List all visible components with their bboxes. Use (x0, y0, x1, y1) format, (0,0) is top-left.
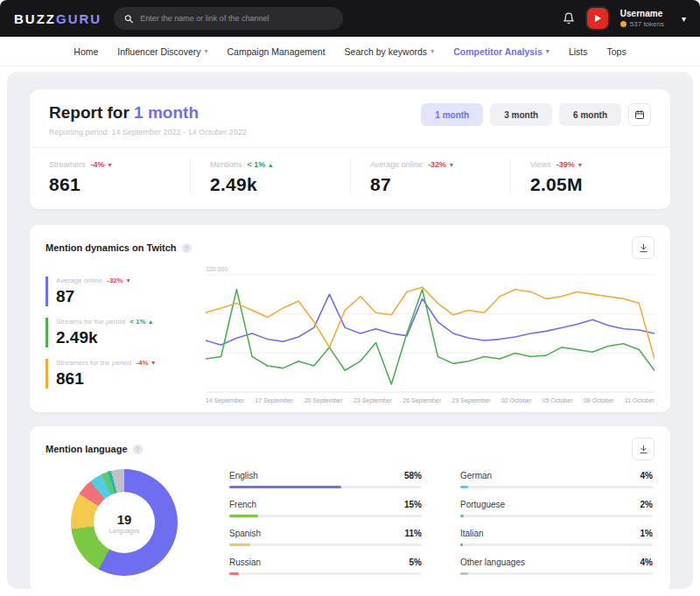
youtube-channel-icon[interactable] (587, 8, 608, 29)
language-percent: 1% (640, 529, 653, 538)
language-bar-track (460, 515, 653, 517)
chart-line-streams-for-the-period (206, 290, 654, 384)
language-name: Portuguese (460, 500, 505, 509)
language-item-italian: Italian1% (460, 529, 653, 546)
nav-item-tops[interactable]: Tops (606, 46, 626, 57)
language-bar (229, 486, 341, 488)
language-percent: 5% (410, 557, 422, 567)
range-button-6-month[interactable]: 6 month (559, 103, 621, 126)
language-name: French (229, 500, 256, 509)
mention-dynamics-card: Mention dynamics on Twitch ? Average onl… (30, 225, 670, 412)
username: Username (620, 9, 664, 18)
x-axis-label: 20 September (304, 397, 343, 403)
triangle-down-icon: ▼ (577, 162, 583, 168)
language-bar (460, 486, 468, 488)
report-title-period: 1 month (134, 103, 199, 122)
language-name: English (229, 471, 258, 480)
legend-value: 2.49k (56, 328, 190, 347)
language-bar (460, 515, 464, 517)
triangle-down-icon: ▼ (125, 277, 131, 284)
change-value: < 1% ▲ (248, 160, 274, 169)
triangle-up-icon: ▲ (268, 162, 274, 168)
user-menu[interactable]: Username 537 tokens (620, 9, 664, 28)
languages-header: Mention language ? (46, 438, 654, 460)
range-button-1-month[interactable]: 1 month (421, 103, 483, 126)
nav-item-label: Competitor Analysis (453, 46, 542, 57)
nav-item-label: Lists (569, 46, 588, 57)
y-axis-top-label: 320 000 (206, 266, 654, 272)
user-chevron-down-icon[interactable]: ▾ (682, 14, 686, 24)
change-value: -39% ▼ (556, 160, 583, 169)
range-button-3-month[interactable]: 3 month (490, 103, 552, 126)
change-value: -32% ▼ (107, 277, 131, 284)
main-nav: HomeInfluencer Discovery▾Campaign Manage… (0, 37, 700, 67)
donut-center: 19 Languages (94, 492, 155, 553)
chevron-down-icon: ▾ (546, 47, 550, 55)
legend-value: 87 (56, 287, 190, 306)
download-icon (639, 445, 648, 454)
language-item-portuguese: Portuguese2% (460, 500, 653, 517)
language-percent: 4% (640, 557, 653, 567)
change-value: -32% ▼ (428, 160, 454, 169)
reporting-period: Reporting period: 14 September 2022 - 14… (49, 128, 247, 137)
change-value: < 1% ▲ (130, 318, 154, 326)
x-axis-label: 29 September (452, 397, 491, 403)
nav-item-competitor-analysis[interactable]: Competitor Analysis▾ (453, 46, 550, 57)
stats-row: Streamers-4% ▼861Mentions< 1% ▲2.49kAver… (30, 147, 670, 209)
language-bar-track (229, 515, 422, 517)
nav-item-influencer-discovery[interactable]: Influencer Discovery▾ (117, 46, 207, 57)
page-title: Report for 1 month (49, 103, 247, 123)
notifications-bell-icon[interactable] (563, 12, 575, 25)
x-axis-label: 23 September (354, 397, 392, 403)
nav-item-campaign-management[interactable]: Campaign Management (228, 46, 326, 57)
chart-series-lines (206, 287, 654, 384)
legend-value: 861 (56, 369, 190, 389)
stat-streamers: Streamers-4% ▼861 (30, 158, 190, 195)
languages-download-button[interactable] (632, 438, 654, 460)
legend-header: Streamers for the period-4% ▼ (56, 359, 190, 367)
languages-info-icon[interactable]: ? (133, 445, 143, 454)
search-bar[interactable] (114, 7, 343, 30)
language-item-english: English58% (229, 471, 422, 488)
search-input[interactable] (140, 14, 332, 23)
language-bar-track (229, 543, 422, 546)
language-name: Italian (460, 529, 484, 538)
language-percent: 58% (404, 471, 422, 480)
dynamics-download-button[interactable] (632, 236, 654, 259)
stat-value: 2.49k (210, 174, 331, 195)
nav-item-home[interactable]: Home (74, 46, 98, 57)
language-item-spanish: Spanish11% (229, 529, 422, 546)
language-item-german: German4% (460, 471, 653, 488)
donut-chart-area: 19 Languages (46, 469, 203, 576)
language-name: Spanish (229, 529, 261, 538)
legend-item-average-online: Average online-32% ▼87 (46, 277, 190, 306)
language-row: Portuguese2% (460, 500, 653, 509)
legend-label: Average online (56, 277, 102, 284)
languages-title: Mention language (46, 444, 128, 454)
download-icon (639, 243, 648, 253)
dynamics-info-icon[interactable]: ? (182, 243, 192, 253)
language-row: Other languages4% (460, 557, 653, 567)
language-row: English58% (229, 471, 422, 480)
legend-label: Streamers for the period (56, 359, 131, 367)
stat-value: 2.05M (530, 174, 651, 195)
language-bar-track (460, 486, 653, 488)
calendar-icon (634, 109, 645, 120)
logo-part-guru: GURU (56, 11, 102, 26)
nav-item-search-by-keywords[interactable]: Search by keywords▾ (345, 46, 435, 57)
language-row: Spanish11% (229, 529, 422, 538)
x-axis-label: 26 September (402, 397, 441, 403)
language-donut: 19 Languages (71, 469, 178, 576)
nav-item-lists[interactable]: Lists (569, 46, 588, 57)
line-chart: 320 000 14 September17 September20 Septe… (206, 266, 654, 403)
language-item-russian: Russian5% (229, 557, 422, 575)
stat-average-online: Average online-32% ▼87 (350, 158, 510, 195)
language-percent: 11% (405, 529, 422, 538)
legend-label: Streams for the period (56, 318, 125, 326)
report-header: Report for 1 month Reporting period: 14 … (30, 89, 670, 147)
x-axis-label: 02 October (501, 397, 532, 403)
tokens-label: 537 tokens (630, 20, 664, 28)
legend-item-streams-for-the-period: Streams for the period< 1% ▲2.49k (46, 318, 190, 347)
calendar-button[interactable] (628, 103, 651, 126)
logo-part-buzz: BUZZ (14, 11, 56, 26)
